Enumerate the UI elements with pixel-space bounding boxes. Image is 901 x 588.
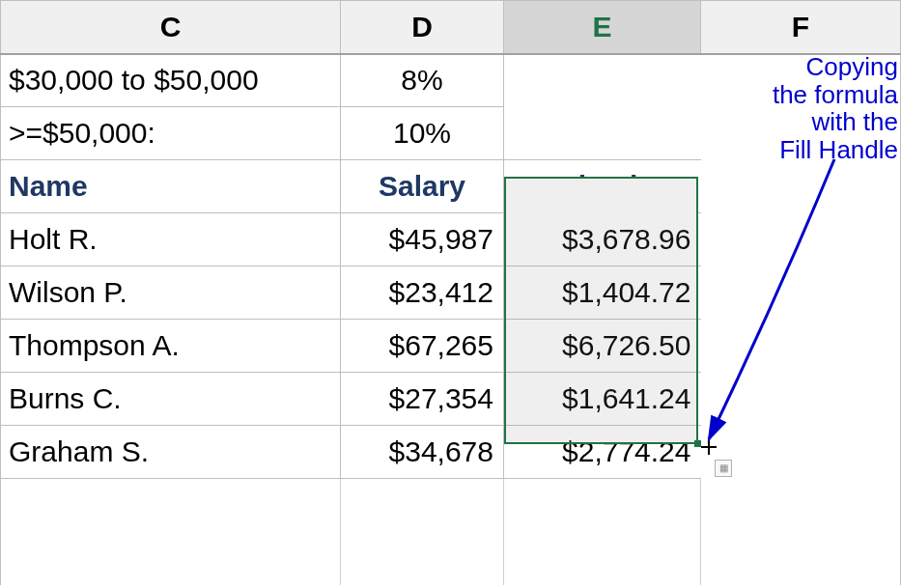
cell-deduction[interactable]: $1,404.72 — [504, 266, 701, 320]
col-header-c[interactable]: C — [1, 1, 341, 54]
cell-salary[interactable]: $45,987 — [341, 213, 504, 266]
col-header-d[interactable]: D — [341, 1, 504, 54]
cell-blank[interactable] — [341, 479, 504, 585]
cell-name[interactable]: Thompson A. — [1, 320, 341, 373]
caption-line: the formula — [773, 80, 898, 109]
caption-line: Fill Handle — [779, 135, 898, 164]
caption-line: with the — [811, 107, 898, 136]
cell-blank[interactable] — [504, 107, 701, 160]
table-row: Wilson P. $23,412 $1,404.72 — [1, 266, 901, 320]
cell-name[interactable]: Holt R. — [1, 213, 341, 266]
cell-deduction[interactable]: $6,726.50 — [504, 320, 701, 373]
cell-salary[interactable]: $27,354 — [341, 373, 504, 426]
col-header-e[interactable]: E — [504, 1, 701, 54]
cell-name[interactable]: Burns C. — [1, 373, 341, 426]
table-row: Burns C. $27,354 $1,641.24 — [1, 373, 901, 426]
header-name[interactable]: Name — [1, 160, 341, 213]
cell-blank[interactable] — [701, 213, 901, 266]
col-header-f[interactable]: F — [701, 1, 901, 54]
cell-blank[interactable] — [701, 266, 901, 320]
cell-blank[interactable] — [1, 479, 341, 585]
cell-deduction[interactable]: $2,774.24 — [504, 426, 701, 479]
caption-line: Copying — [806, 52, 898, 81]
column-header-row: C D E F — [1, 1, 901, 54]
annotation-caption: Copying the formula with the Fill Handle — [705, 53, 898, 163]
fill-handle-cursor-icon — [701, 439, 717, 455]
header-salary[interactable]: Salary — [341, 160, 504, 213]
cell-salary[interactable]: $34,678 — [341, 426, 504, 479]
table-header-row: Name Salary Deduction — [1, 160, 901, 213]
cell-blank[interactable] — [701, 320, 901, 373]
table-row: Holt R. $45,987 $3,678.96 — [1, 213, 901, 266]
empty-row — [1, 479, 901, 585]
cell-blank[interactable] — [504, 479, 701, 585]
cell-blank[interactable] — [701, 160, 901, 213]
cell-salary[interactable]: $23,412 — [341, 266, 504, 320]
cell-salary[interactable]: $67,265 — [341, 320, 504, 373]
cell-deduction[interactable]: $1,641.24 — [504, 373, 701, 426]
cell-rule2-label[interactable]: >=$50,000: — [1, 107, 341, 160]
header-deduction[interactable]: Deduction — [504, 160, 701, 213]
table-row: Thompson A. $67,265 $6,726.50 — [1, 320, 901, 373]
cell-deduction[interactable]: $3,678.96 — [504, 213, 701, 266]
cell-name[interactable]: Wilson P. — [1, 266, 341, 320]
cell-blank[interactable] — [504, 54, 701, 107]
fill-handle[interactable] — [694, 440, 701, 447]
cell-rule1-label[interactable]: $30,000 to $50,000 — [1, 54, 341, 107]
cell-rule2-pct[interactable]: 10% — [341, 107, 504, 160]
cell-rule1-pct[interactable]: 8% — [341, 54, 504, 107]
autofill-options-icon[interactable]: ▦ — [715, 460, 732, 477]
cell-blank[interactable] — [701, 373, 901, 426]
table-row: Graham S. $34,678 $2,774.24 — [1, 426, 901, 479]
cell-name[interactable]: Graham S. — [1, 426, 341, 479]
cell-blank[interactable] — [701, 479, 901, 585]
